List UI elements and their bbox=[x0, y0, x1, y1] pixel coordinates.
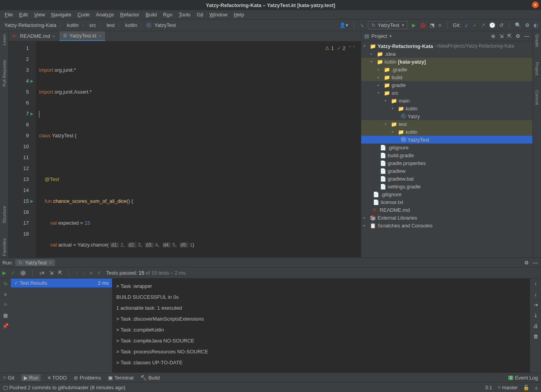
build-hammer-icon[interactable]: ↘ bbox=[360, 22, 364, 28]
crumb[interactable]: kotlin bbox=[66, 22, 80, 28]
tool-structure[interactable]: Structure bbox=[2, 204, 7, 225]
print-icon[interactable]: 🖨 bbox=[533, 323, 538, 329]
hide-panel-icon[interactable]: — bbox=[524, 33, 529, 39]
crumb[interactable]: kotlin bbox=[124, 22, 138, 28]
git-history-icon[interactable]: 🕐 bbox=[489, 22, 495, 28]
bottom-problems[interactable]: ⊘ Problems bbox=[74, 375, 101, 381]
project-tree[interactable]: ▾📁 Yatzy-Refactoring-Kata ~/IdeaProjects… bbox=[361, 41, 532, 257]
stop-button[interactable]: ■ bbox=[438, 22, 442, 28]
rerun-icon[interactable]: ▶ bbox=[2, 270, 6, 276]
up-icon[interactable]: ↑ bbox=[534, 281, 537, 287]
caret-position[interactable]: 3:1 bbox=[485, 385, 492, 390]
tool-commit[interactable]: Commit bbox=[535, 89, 539, 106]
menu-navigate[interactable]: Navigate bbox=[49, 11, 73, 18]
scroll-icon[interactable]: ⤓ bbox=[534, 312, 538, 318]
search-icon[interactable]: 🔍 bbox=[515, 22, 521, 28]
menu-tools[interactable]: Tools bbox=[176, 11, 193, 18]
clear-icon[interactable]: 🗑 bbox=[533, 333, 538, 339]
run-gutter-icon[interactable]: ▶ bbox=[30, 76, 34, 87]
expand-icon[interactable]: ⇲ bbox=[49, 270, 53, 276]
run-gutter-icon[interactable]: ▶ bbox=[30, 196, 34, 207]
git-commit-icon[interactable]: ✓ bbox=[473, 22, 477, 28]
prev-test-icon[interactable]: ↑ bbox=[75, 270, 78, 276]
softwrap-icon[interactable]: ⇥ bbox=[534, 302, 538, 308]
git-rollback-icon[interactable]: ↺ bbox=[499, 22, 504, 28]
lock-icon[interactable]: 🔓 bbox=[523, 385, 529, 390]
pin-icon[interactable]: 📌 bbox=[2, 323, 9, 329]
collapse-icon[interactable]: ⇱ bbox=[58, 270, 62, 276]
menu-window[interactable]: Window bbox=[207, 11, 230, 18]
tab-yatzytest[interactable]: Ⓚ YatzyTest.kt × bbox=[59, 31, 106, 41]
run-hide-icon[interactable]: — bbox=[533, 260, 538, 266]
debug-button[interactable]: 🐞 bbox=[420, 22, 426, 28]
crumb[interactable]: Yatzy-Refactoring-Kata bbox=[3, 22, 57, 28]
show-icon[interactable]: 👁 bbox=[3, 302, 8, 308]
close-tab-icon[interactable]: × bbox=[99, 34, 101, 38]
breadcrumbs: Yatzy-Refactoring-Kata〉 kotlin〉 src〉 tes… bbox=[3, 22, 177, 29]
bottom-bar: ⑂ Git ▶ Run ≡ TODO ⊘ Problems ▣ Terminal… bbox=[0, 372, 541, 382]
bottom-build[interactable]: 🔨 Build bbox=[140, 375, 160, 381]
menu-view[interactable]: View bbox=[32, 11, 47, 18]
crumb[interactable]: test bbox=[105, 22, 116, 28]
console-output[interactable]: > Task :wrapper BUILD SUCCESSFUL in 0s 1… bbox=[112, 278, 530, 372]
run-config-combo[interactable]: ↻ YatzyTest ▾ bbox=[368, 21, 408, 29]
ide-icon[interactable]: ◐ bbox=[534, 22, 538, 28]
add-config-icon[interactable]: 👤▾ bbox=[339, 22, 348, 28]
run-label: Run: bbox=[2, 260, 13, 266]
down-icon[interactable]: ↓ bbox=[534, 291, 537, 297]
coverage-button[interactable]: ⬔ bbox=[430, 22, 435, 28]
tool-favorites[interactable]: Favorites bbox=[2, 237, 7, 257]
git-push-icon[interactable]: ↗ bbox=[481, 22, 485, 28]
menu-git[interactable]: Git bbox=[194, 11, 206, 18]
code-editor[interactable]: 123 4▶ 56 7▶ 891011121314 15▶ 161718 ⚠ 1… bbox=[9, 41, 361, 257]
bottom-eventlog[interactable]: 1 Event Log bbox=[508, 375, 538, 381]
select-opened-icon[interactable]: ⊕ bbox=[491, 33, 495, 39]
rerun-failed-icon[interactable]: ↻ bbox=[4, 281, 8, 287]
menu-analyze[interactable]: Analyze bbox=[94, 11, 116, 18]
toggle-autotest-icon[interactable]: ■ bbox=[4, 291, 7, 297]
tool-pullrequests[interactable]: Pull Requests bbox=[2, 59, 7, 88]
git-branch[interactable]: ⑂ master bbox=[498, 385, 518, 390]
run-settings-icon[interactable]: ⚙ bbox=[524, 260, 529, 266]
run-tab[interactable]: ↻YatzyTest× bbox=[15, 259, 55, 266]
git-update-icon[interactable]: ↙ bbox=[465, 22, 469, 28]
menu-help[interactable]: Help bbox=[231, 11, 247, 18]
close-icon[interactable]: × bbox=[532, 2, 539, 8]
next-test-icon[interactable]: ↓ bbox=[83, 270, 85, 276]
panel-settings-icon[interactable]: ⚙ bbox=[516, 33, 520, 39]
test-root[interactable]: ✓ Test Results 2 ms bbox=[11, 278, 112, 287]
run-button[interactable]: ▶ bbox=[412, 22, 416, 28]
show-passed-icon[interactable]: ✓ bbox=[11, 270, 15, 276]
indent-icon[interactable]: ⏚ bbox=[535, 385, 538, 390]
menu-file[interactable]: File bbox=[2, 11, 15, 18]
run-gutter-icon[interactable]: ▶ bbox=[30, 108, 34, 119]
code[interactable]: ⚠ 1 ✓ 2 ˄ ˅ import org.junit.* import or… bbox=[36, 41, 361, 257]
tool-learn[interactable]: Learn bbox=[2, 33, 7, 47]
sort-icon[interactable]: ↕≡ bbox=[39, 270, 44, 276]
test-tree[interactable]: ✓ Test Results 2 ms bbox=[11, 278, 112, 372]
bottom-terminal[interactable]: ▣ Terminal bbox=[108, 375, 133, 381]
layout-icon[interactable]: ▦ bbox=[3, 312, 8, 318]
show-ignored-icon[interactable]: ⊘ bbox=[20, 270, 26, 276]
crumb[interactable]: YatzyTest bbox=[153, 22, 177, 28]
right-toolstrip: Gradle Project Commit bbox=[532, 31, 541, 257]
bottom-run[interactable]: ▶ Run bbox=[21, 374, 41, 381]
settings-icon[interactable]: ⚙ bbox=[525, 22, 530, 28]
git-label: Git: bbox=[453, 22, 461, 28]
collapse-all-icon[interactable]: ⇱ bbox=[507, 33, 512, 39]
expand-all-icon[interactable]: ⇲ bbox=[499, 33, 504, 39]
bottom-todo[interactable]: ≡ TODO bbox=[48, 375, 67, 381]
inspection-status[interactable]: ⚠ 1 ✓ 2 ˄ ˅ bbox=[325, 43, 357, 54]
close-tab-icon[interactable]: × bbox=[53, 34, 55, 39]
menu-edit[interactable]: Edit bbox=[17, 11, 30, 18]
panel-title[interactable]: Project bbox=[371, 33, 387, 39]
crumb[interactable]: src bbox=[88, 22, 97, 28]
tool-gradle[interactable]: Gradle bbox=[535, 33, 539, 49]
bottom-git[interactable]: ⑂ Git bbox=[3, 375, 14, 381]
tool-project[interactable]: Project bbox=[535, 60, 539, 77]
menu-code[interactable]: Code bbox=[75, 11, 92, 18]
menu-build[interactable]: Build bbox=[143, 11, 159, 18]
menu-run[interactable]: Run bbox=[161, 11, 175, 18]
menu-refactor[interactable]: Refactor bbox=[118, 11, 142, 18]
tab-readme[interactable]: M↓ README.md × bbox=[9, 31, 59, 41]
